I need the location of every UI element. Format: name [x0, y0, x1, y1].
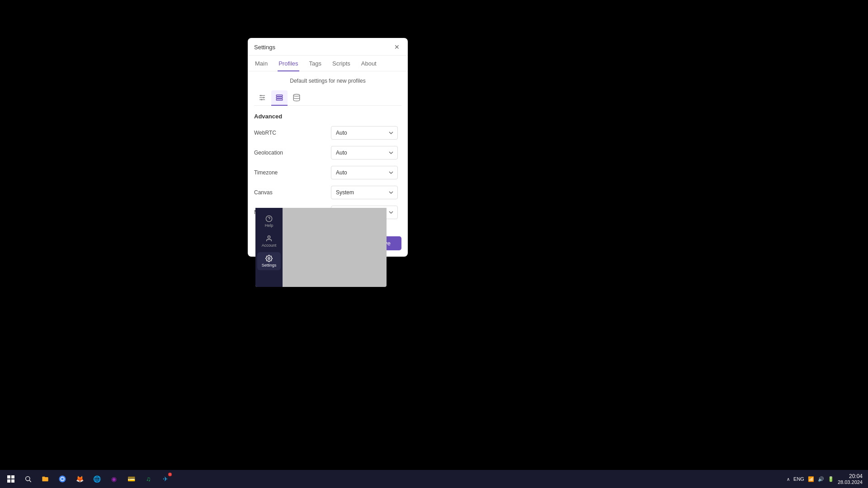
svg-point-7 — [260, 95, 262, 96]
timezone-label: Timezone — [254, 169, 278, 176]
sidebar-item-settings[interactable]: Settings — [257, 252, 281, 270]
start-button[interactable] — [4, 472, 18, 486]
svg-rect-12 — [276, 99, 283, 100]
section-subtitle: Default settings for new profiles — [254, 78, 401, 84]
close-button[interactable]: ✕ — [392, 42, 401, 52]
sidebar-background: Help Account Settings — [255, 208, 283, 287]
taskbar-time: 20:04 — [838, 473, 863, 479]
taskbar-app-5[interactable]: ♫ — [141, 472, 156, 486]
timezone-select[interactable]: Auto Custom — [331, 166, 398, 179]
webrtc-label: WebRTC — [254, 130, 276, 136]
sidebar-item-account[interactable]: Account — [257, 232, 281, 250]
icon-tab-general[interactable] — [254, 90, 270, 106]
timezone-row: Timezone Auto Custom — [254, 166, 398, 179]
dialog-header: Settings ✕ — [248, 38, 408, 56]
svg-rect-10 — [276, 95, 283, 96]
canvas-select[interactable]: System Noise Off — [331, 186, 398, 199]
sidebar-item-settings-label: Settings — [262, 263, 277, 267]
sidebar-item-help-label: Help — [265, 223, 274, 228]
svg-point-2 — [268, 236, 270, 238]
taskbar-right: ∧ ENG 📶 🔊 🔋 20:04 28.03.2024 — [787, 473, 868, 485]
tab-about[interactable]: About — [360, 56, 377, 71]
svg-rect-17 — [11, 479, 14, 483]
tray-sound: 🔊 — [818, 476, 824, 482]
tab-tags[interactable]: Tags — [308, 56, 322, 71]
webrtc-row: WebRTC Auto Disabled Enabled — [254, 126, 398, 140]
search-button[interactable] — [21, 472, 35, 486]
tray-arrow[interactable]: ∧ — [787, 477, 790, 482]
tray-wifi: 📶 — [808, 476, 814, 482]
svg-point-9 — [261, 99, 262, 100]
svg-point-13 — [293, 94, 300, 97]
taskbar-date: 28.03.2024 — [838, 479, 863, 485]
tab-main[interactable]: Main — [254, 56, 269, 71]
svg-point-22 — [61, 478, 64, 480]
svg-point-18 — [26, 477, 30, 481]
tray-battery: 🔋 — [828, 476, 834, 482]
taskbar-app-6[interactable]: ✈ ! — [158, 472, 173, 486]
geolocation-label: Geolocation — [254, 150, 283, 156]
svg-point-8 — [263, 97, 264, 99]
geolocation-row: Geolocation Auto Disabled Prompt — [254, 146, 398, 160]
taskbar-left: 🦊 🌐 ◉ 💳 ♫ ✈ ! — [0, 472, 173, 486]
svg-point-3 — [268, 258, 270, 259]
svg-rect-15 — [11, 475, 14, 479]
taskbar-app-4[interactable]: 💳 — [124, 472, 138, 486]
tray-lang: ENG — [793, 476, 804, 482]
tab-profiles[interactable]: Profiles — [278, 56, 299, 71]
geolocation-select[interactable]: Auto Disabled Prompt — [331, 146, 398, 160]
svg-line-19 — [29, 480, 31, 482]
icon-tab-storage[interactable] — [288, 90, 305, 106]
tab-scripts[interactable]: Scripts — [331, 56, 351, 71]
chrome-button[interactable] — [55, 472, 70, 486]
taskbar: 🦊 🌐 ◉ 💳 ♫ ✈ ! ∧ ENG 📶 🔊 🔋 20:04 28.03.20… — [0, 470, 868, 488]
svg-rect-14 — [7, 475, 10, 479]
sidebar-item-account-label: Account — [262, 243, 277, 248]
taskbar-app-1[interactable]: 🦊 — [72, 472, 87, 486]
sidebar-item-help[interactable]: Help — [257, 212, 281, 230]
icon-tabs — [254, 90, 401, 106]
dialog-title: Settings — [254, 44, 275, 51]
taskbar-clock: 20:04 28.03.2024 — [838, 473, 863, 485]
svg-rect-16 — [7, 479, 10, 483]
dialog-tabs: Main Profiles Tags Scripts About — [248, 56, 408, 71]
taskbar-app-2[interactable]: 🌐 — [90, 472, 104, 486]
icon-tab-advanced[interactable] — [271, 90, 288, 106]
canvas-label: Canvas — [254, 189, 273, 196]
taskbar-app-3[interactable]: ◉ — [107, 472, 121, 486]
advanced-section-title: Advanced — [254, 113, 401, 120]
webrtc-select[interactable]: Auto Disabled Enabled — [331, 126, 398, 140]
svg-rect-11 — [276, 97, 283, 99]
file-explorer-button[interactable] — [38, 472, 52, 486]
canvas-row: Canvas System Noise Off — [254, 186, 398, 199]
